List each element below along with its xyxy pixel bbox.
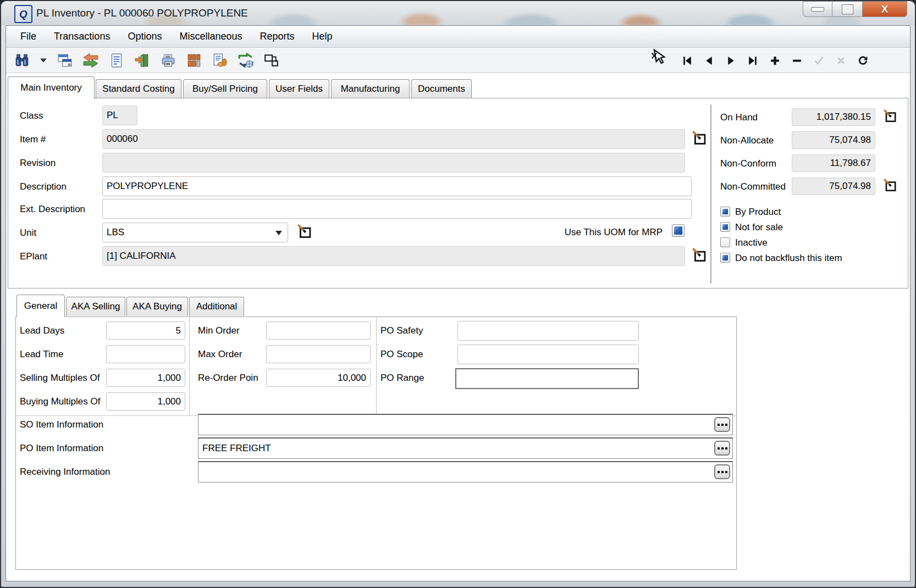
non-committed-edit-icon[interactable] [883,178,897,195]
unit-edit-icon[interactable] [297,224,312,241]
post-edit-button[interactable] [813,55,824,66]
tab-documents[interactable]: Documents [411,79,472,98]
menu-transactions[interactable]: Transactions [54,31,110,42]
buying-multiples-label: Buying Multiples Of [20,396,100,407]
revision-field[interactable] [102,153,685,173]
mouse-cursor-icon [649,48,667,69]
po-scope-label: PO Scope [380,349,423,360]
next-record-button[interactable] [725,55,736,66]
unit-combobox[interactable]: LBS [102,223,288,242]
tab-standard-costing[interactable]: Standard Costing [96,79,181,98]
lead-days-label: Lead Days [20,325,64,336]
max-order-field[interactable] [266,345,371,363]
item-number-edit-icon[interactable] [692,130,707,148]
tab-main-inventory[interactable]: Main Inventory [8,76,95,99]
panel-divider [710,104,711,284]
non-allocate-field[interactable]: 75,074.98 [792,131,875,149]
po-safety-field[interactable] [457,321,639,341]
first-record-button[interactable] [681,55,692,66]
on-hand-label: On Hand [720,112,758,123]
so-item-info-field[interactable] [198,414,733,435]
tab-manufacturing[interactable]: Manufacturing [331,79,410,98]
po-item-info-field[interactable]: FREE FREIGHT [198,437,733,459]
description-field[interactable]: POLYPROPYLENE [102,176,692,196]
subtab-aka-selling[interactable]: AKA Selling [66,297,125,316]
unit-label: Unit [20,228,36,238]
cost-summary-icon[interactable] [212,52,228,69]
insert-record-button[interactable] [769,55,780,66]
cancel-edit-button[interactable] [835,55,846,66]
tab-buy-sell-pricing[interactable]: Buy/Sell Pricing [183,79,267,98]
window-title: PL Inventory - PL 000060 POLYPROPYLENE [36,7,248,19]
uom-mrp-label: Use This UOM for MRP [495,227,663,238]
so-item-info-label: SO Item Information [20,419,103,430]
revision-label: Revision [20,158,56,169]
by-product-label: By Product [735,207,781,218]
receiving-info-label: Receiving Information [20,467,110,478]
on-hand-field[interactable]: 1,017,380.15 [792,108,875,126]
reorder-point-field[interactable]: 10,000 [266,369,371,387]
tab-user-fields[interactable]: User Fields [269,79,329,98]
window-list-icon[interactable] [57,52,73,69]
maximize-button[interactable] [832,1,862,17]
menu-miscellaneous[interactable]: Miscellaneous [179,31,242,42]
grid-view-icon[interactable] [186,52,202,69]
receiving-info-field[interactable] [198,461,733,482]
refresh-record-button[interactable] [857,55,868,66]
po-safety-label: PO Safety [380,325,423,336]
eplant-label: EPlant [20,251,47,262]
min-order-field[interactable] [266,321,371,340]
receiving-info-ellipsis-button[interactable] [714,464,730,479]
inactive-checkbox[interactable] [720,237,730,247]
non-allocate-label: Non-Allocate [720,135,774,146]
menu-options[interactable]: Options [128,31,162,42]
close-icon: X [881,3,889,15]
uom-mrp-checkbox[interactable] [672,224,685,237]
app-window: Q PL Inventory - PL 000060 POLYPROPYLENE… [0,0,916,588]
last-record-button[interactable] [747,55,758,66]
data-transfer-icon[interactable] [238,52,254,69]
po-range-field[interactable] [455,368,639,389]
print-labels-icon[interactable] [160,52,176,69]
unit-dropdown-caret-icon[interactable] [275,231,282,235]
menu-reports[interactable]: Reports [260,31,295,42]
eplant-field[interactable]: [1] CALIFORNIA [102,246,685,266]
open-book-icon[interactable] [134,52,151,69]
not-for-sale-checkbox[interactable] [720,222,730,232]
menu-help[interactable]: Help [312,31,333,42]
subtab-general[interactable]: General [16,295,65,317]
po-item-info-ellipsis-button[interactable] [714,441,730,456]
item-number-field[interactable]: 000060 [102,129,685,149]
lead-time-field[interactable] [106,345,185,363]
prior-record-button[interactable] [703,55,714,66]
eplant-edit-icon[interactable] [692,247,707,265]
do-not-backflush-checkbox[interactable] [720,253,730,263]
column-divider-1 [189,318,190,415]
non-conform-field[interactable]: 11,798.67 [792,154,875,172]
selling-multiples-field[interactable]: 1,000 [106,369,185,387]
close-button[interactable]: X [862,1,907,17]
buying-multiples-field[interactable]: 1,000 [106,392,185,411]
so-item-info-ellipsis-button[interactable] [714,417,730,432]
lead-days-field[interactable]: 5 [106,321,185,340]
minimize-button[interactable] [803,1,832,17]
item-number-label: Item # [20,134,46,145]
ext-description-field[interactable] [102,199,692,219]
delete-record-button[interactable] [791,55,802,66]
find-dropdown-icon[interactable] [40,52,47,69]
subtab-aka-buying[interactable]: AKA Buying [126,297,188,316]
linked-window-icon[interactable] [263,52,280,69]
transactions-arrows-icon[interactable] [82,52,99,69]
non-committed-field[interactable]: 75,074.98 [792,177,875,195]
by-product-checkbox[interactable] [720,207,730,217]
report-document-icon[interactable] [108,52,125,69]
po-scope-field[interactable] [457,345,639,364]
subtab-additional[interactable]: Additional [189,297,244,316]
app-logo-icon: Q [14,5,32,23]
find-icon[interactable] [14,52,30,69]
menu-file[interactable]: File [20,31,36,42]
on-hand-edit-icon[interactable] [883,109,897,125]
class-field[interactable]: PL [102,106,137,125]
po-item-info-label: PO Item Information [20,443,103,454]
inactive-label: Inactive [735,237,768,248]
